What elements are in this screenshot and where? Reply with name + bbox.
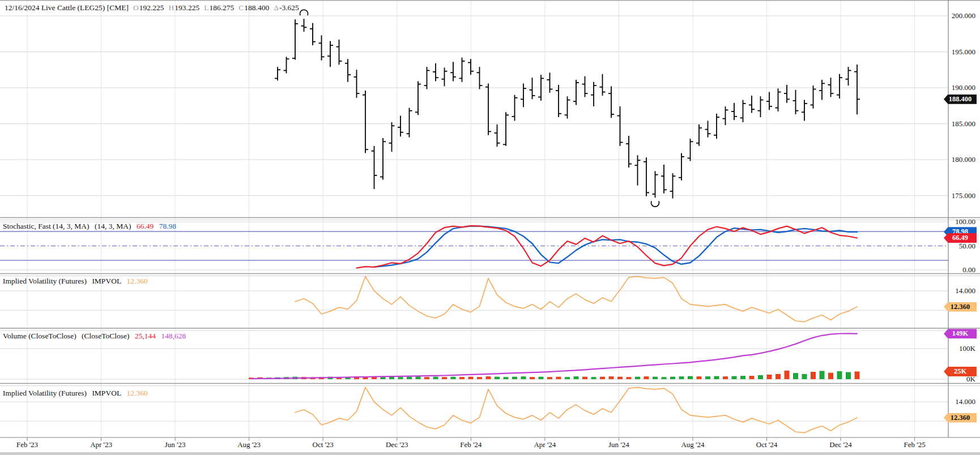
low-value: 186.275	[209, 3, 234, 12]
iv2-legend-name: Implied Volatility (Futures)	[3, 389, 87, 397]
x-axis-label: Oct '23	[297, 440, 348, 449]
x-axis-label: Apr '23	[76, 440, 127, 449]
iv2-value: 12.360	[127, 389, 148, 397]
chart-title: 12/16/2024 Live Cattle (LEG25) [CME]O192…	[5, 3, 299, 12]
open-value: 192.225	[139, 3, 164, 12]
price-axis-label: 200.000	[949, 11, 975, 20]
volume-legend-params: (CloseToClose)	[82, 332, 130, 340]
close-value: 188.400	[244, 3, 269, 12]
price-axis-label: 190.000	[949, 83, 975, 92]
x-axis-label: Jun '24	[593, 440, 644, 449]
iv1-legend-code: IMPVOL	[92, 277, 121, 285]
x-axis-label: Feb '25	[889, 440, 940, 449]
stochastic-d-value: 78.98	[159, 222, 176, 230]
stochastic-axis-label: 100.00	[949, 217, 975, 226]
implied-vol-legend-2[interactable]: Implied Volatility (Futures) IMPVOL 12.3…	[3, 389, 151, 398]
high-label: H	[169, 3, 174, 12]
instrument-title: 12/16/2024 Live Cattle (LEG25) [CME]	[5, 3, 129, 12]
iv1-value: 12.360	[127, 277, 148, 285]
change-label: Δ	[274, 3, 279, 12]
open-label: O	[133, 3, 139, 12]
iv-axis-label-2: 14.000	[949, 397, 975, 406]
stochastic-k-value: 66.49	[137, 222, 154, 230]
close-label: C	[238, 3, 244, 12]
implied-vol-legend-1[interactable]: Implied Volatility (Futures) IMPVOL 12.3…	[3, 277, 151, 286]
iv2-legend-code: IMPVOL	[92, 389, 121, 397]
price-axis-label: 185.000	[949, 119, 975, 128]
volume-value-1: 25,144	[135, 332, 156, 340]
x-axis-label: Feb '24	[445, 440, 496, 449]
price-axis-label: 175.000	[949, 191, 975, 200]
x-axis-label: Aug '24	[667, 440, 718, 449]
stochastic-k-tag: 66.49	[944, 233, 977, 243]
price-axis-label: 195.000	[949, 48, 975, 57]
iv1-legend-name: Implied Volatility (Futures)	[3, 277, 87, 285]
high-value: 193.225	[174, 3, 199, 12]
stochastic-legend-name: Stochastic, Fast (14, 3, MA)	[3, 222, 90, 230]
volume-legend-name: Volume (CloseToClose)	[3, 332, 76, 340]
x-axis-label: Dec '24	[815, 440, 866, 449]
volume-axis-label: 100K	[949, 344, 975, 353]
x-axis-label: Oct '24	[742, 440, 792, 449]
low-label: L	[204, 3, 208, 12]
stochastic-legend[interactable]: Stochastic, Fast (14, 3, MA) (14, 3, MA)…	[3, 222, 180, 231]
change-value: -3.625	[279, 3, 299, 12]
x-axis-label: Apr '24	[519, 440, 570, 449]
chart-window: 12/16/2024 Live Cattle (LEG25) [CME]O192…	[0, 0, 980, 455]
x-axis-label: Dec '23	[372, 440, 423, 449]
volume-value-2: 148,628	[161, 332, 186, 340]
iv-axis-label-1: 14.000	[949, 286, 975, 295]
volume-legend[interactable]: Volume (CloseToClose) (CloseToClose) 25,…	[3, 332, 189, 341]
implied-vol-tag-2: 12.360	[944, 413, 977, 423]
x-axis-label: Jun '23	[150, 440, 201, 449]
volume-line-tag: 149K	[944, 329, 977, 338]
stochastic-legend-params: (14, 3, MA)	[95, 222, 131, 230]
last-price-tag: 188.400	[944, 95, 977, 104]
implied-vol-tag-1: 12.360	[944, 302, 977, 312]
volume-last-tag: 25K	[944, 367, 977, 376]
price-axis-label: 180.000	[949, 155, 975, 164]
x-axis-label: Feb '23	[2, 440, 53, 449]
stochastic-axis-label: 0.00	[949, 265, 975, 274]
x-axis-label: Aug '23	[224, 440, 275, 449]
